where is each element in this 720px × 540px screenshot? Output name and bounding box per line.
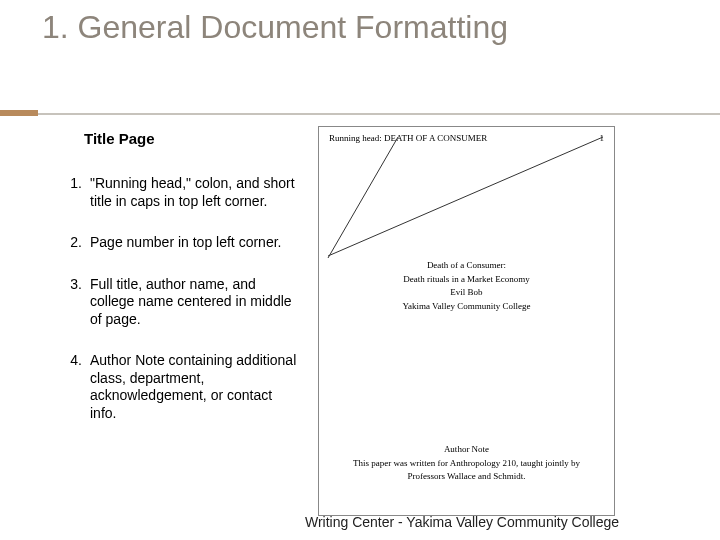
instruction-list: 1. "Running head," colon, and short titl… [60,175,300,446]
list-text: "Running head," colon, and short title i… [90,175,300,210]
content-area: Title Page 1. "Running head," colon, and… [0,130,720,540]
doc-header: Running head: DEATH OF A CONSUMER 1 [319,127,614,143]
list-item: 4. Author Note containing additional cla… [60,352,300,422]
list-text: Page number in top left corner. [90,234,281,252]
doc-title-line: Death of a Consumer: [319,259,614,273]
slide-title: 1. General Document Formatting [0,0,720,45]
list-text: Author Note containing additional class,… [90,352,300,422]
page-number: 1 [600,133,605,143]
list-number: 4. [60,352,90,422]
author-note-line: Professors Wallace and Schmidt. [319,470,614,484]
running-head: Running head: DEATH OF A CONSUMER [329,133,487,143]
author-note-block: Author Note This paper was written for A… [319,443,614,484]
doc-author-line: Evil Bob [319,286,614,300]
list-item: 2. Page number in top left corner. [60,234,300,252]
document-preview: Running head: DEATH OF A CONSUMER 1 Deat… [318,126,615,516]
author-note-line: This paper was written for Anthropology … [319,457,614,471]
list-item: 3. Full title, author name, and college … [60,276,300,329]
list-number: 1. [60,175,90,210]
title-underline [38,113,720,115]
title-accent-bar [0,110,38,116]
footer-text: Writing Center - Yakima Valley Community… [0,514,700,530]
subtitle: Title Page [84,130,155,147]
list-text: Full title, author name, and college nam… [90,276,300,329]
list-number: 2. [60,234,90,252]
list-number: 3. [60,276,90,329]
doc-college-line: Yakima Valley Community College [319,300,614,314]
doc-subtitle-line: Death rituals in a Market Economy [319,273,614,287]
author-note-heading: Author Note [319,443,614,457]
doc-center-block: Death of a Consumer: Death rituals in a … [319,259,614,313]
list-item: 1. "Running head," colon, and short titl… [60,175,300,210]
